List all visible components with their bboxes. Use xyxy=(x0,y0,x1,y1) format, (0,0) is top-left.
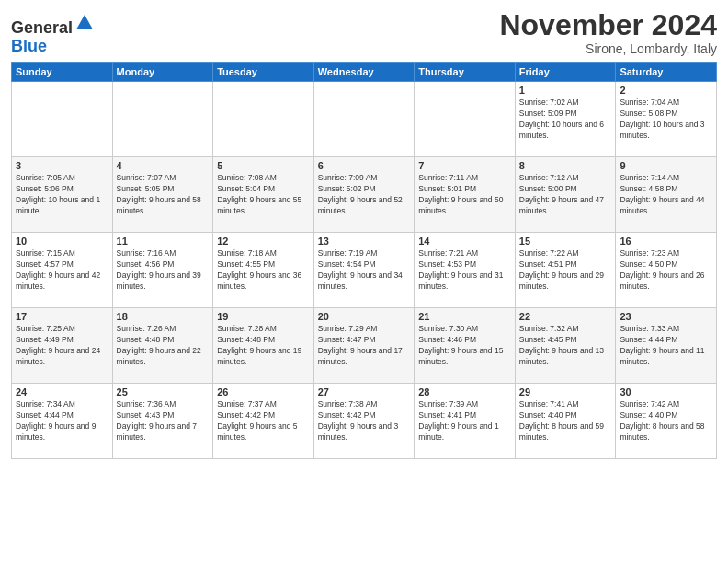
day-info: Sunrise: 7:22 AM Sunset: 4:51 PM Dayligh… xyxy=(519,248,612,293)
calendar-cell: 8Sunrise: 7:12 AM Sunset: 5:00 PM Daylig… xyxy=(515,157,616,233)
calendar-cell: 2Sunrise: 7:04 AM Sunset: 5:08 PM Daylig… xyxy=(616,82,717,157)
col-thursday: Thursday xyxy=(415,63,516,82)
calendar-cell: 17Sunrise: 7:25 AM Sunset: 4:49 PM Dayli… xyxy=(12,308,113,384)
day-number: 13 xyxy=(318,236,411,247)
calendar-cell xyxy=(313,82,415,157)
day-info: Sunrise: 7:14 AM Sunset: 4:58 PM Dayligh… xyxy=(620,173,712,217)
day-info: Sunrise: 7:19 AM Sunset: 4:54 PM Dayligh… xyxy=(318,248,411,293)
day-number: 18 xyxy=(117,311,210,322)
day-info: Sunrise: 7:33 AM Sunset: 4:44 PM Dayligh… xyxy=(620,324,712,368)
day-number: 12 xyxy=(217,236,310,247)
page-container: General Blue November 2024 Sirone, Lomba… xyxy=(0,0,728,563)
day-info: Sunrise: 7:04 AM Sunset: 5:08 PM Dayligh… xyxy=(620,98,712,142)
calendar-cell: 25Sunrise: 7:36 AM Sunset: 4:43 PM Dayli… xyxy=(112,384,213,459)
day-info: Sunrise: 7:32 AM Sunset: 4:45 PM Dayligh… xyxy=(519,324,612,368)
calendar-cell: 16Sunrise: 7:23 AM Sunset: 4:50 PM Dayli… xyxy=(616,233,717,308)
day-info: Sunrise: 7:23 AM Sunset: 4:50 PM Dayligh… xyxy=(620,248,712,293)
day-number: 2 xyxy=(620,85,712,96)
logo-general-text: General xyxy=(11,18,73,37)
day-info: Sunrise: 7:34 AM Sunset: 4:44 PM Dayligh… xyxy=(16,399,108,443)
day-info: Sunrise: 7:41 AM Sunset: 4:40 PM Dayligh… xyxy=(519,399,612,443)
day-number: 7 xyxy=(418,160,511,171)
day-number: 21 xyxy=(418,311,511,322)
calendar-cell: 21Sunrise: 7:30 AM Sunset: 4:46 PM Dayli… xyxy=(415,308,516,384)
col-saturday: Saturday xyxy=(616,63,717,82)
day-number: 3 xyxy=(16,160,108,171)
calendar-cell: 4Sunrise: 7:07 AM Sunset: 5:05 PM Daylig… xyxy=(112,157,213,233)
calendar-cell: 6Sunrise: 7:09 AM Sunset: 5:02 PM Daylig… xyxy=(313,157,415,233)
day-info: Sunrise: 7:28 AM Sunset: 4:48 PM Dayligh… xyxy=(217,324,310,368)
calendar-week-5: 24Sunrise: 7:34 AM Sunset: 4:44 PM Dayli… xyxy=(12,384,717,459)
day-info: Sunrise: 7:39 AM Sunset: 4:41 PM Dayligh… xyxy=(418,399,511,443)
calendar-cell: 24Sunrise: 7:34 AM Sunset: 4:44 PM Dayli… xyxy=(12,384,113,459)
calendar-week-4: 17Sunrise: 7:25 AM Sunset: 4:49 PM Dayli… xyxy=(12,308,717,384)
calendar-cell: 20Sunrise: 7:29 AM Sunset: 4:47 PM Dayli… xyxy=(313,308,415,384)
day-number: 14 xyxy=(418,236,511,247)
day-number: 28 xyxy=(418,386,511,397)
logo: General Blue xyxy=(11,13,95,56)
calendar-cell xyxy=(12,82,113,157)
day-info: Sunrise: 7:36 AM Sunset: 4:43 PM Dayligh… xyxy=(117,399,210,443)
day-number: 10 xyxy=(16,236,108,247)
calendar-cell: 14Sunrise: 7:21 AM Sunset: 4:53 PM Dayli… xyxy=(415,233,516,308)
header: General Blue November 2024 Sirone, Lomba… xyxy=(11,9,717,56)
day-info: Sunrise: 7:18 AM Sunset: 4:55 PM Dayligh… xyxy=(217,248,310,293)
day-number: 26 xyxy=(217,386,310,397)
day-number: 22 xyxy=(519,311,612,322)
calendar-header-row: Sunday Monday Tuesday Wednesday Thursday… xyxy=(12,63,717,82)
calendar-cell: 27Sunrise: 7:38 AM Sunset: 4:42 PM Dayli… xyxy=(313,384,415,459)
day-number: 29 xyxy=(519,386,612,397)
day-number: 8 xyxy=(519,160,612,171)
day-number: 6 xyxy=(318,160,411,171)
day-number: 27 xyxy=(318,386,411,397)
calendar-cell: 5Sunrise: 7:08 AM Sunset: 5:04 PM Daylig… xyxy=(213,157,314,233)
day-info: Sunrise: 7:02 AM Sunset: 5:09 PM Dayligh… xyxy=(519,98,612,142)
title-block: November 2024 Sirone, Lombardy, Italy xyxy=(499,9,717,56)
calendar-week-3: 10Sunrise: 7:15 AM Sunset: 4:57 PM Dayli… xyxy=(12,233,717,308)
calendar-cell: 15Sunrise: 7:22 AM Sunset: 4:51 PM Dayli… xyxy=(515,233,616,308)
day-info: Sunrise: 7:09 AM Sunset: 5:02 PM Dayligh… xyxy=(318,173,411,217)
day-number: 24 xyxy=(16,386,108,397)
day-info: Sunrise: 7:42 AM Sunset: 4:40 PM Dayligh… xyxy=(620,399,712,443)
calendar-cell xyxy=(112,82,213,157)
logo-icon xyxy=(74,13,95,33)
calendar-cell: 22Sunrise: 7:32 AM Sunset: 4:45 PM Dayli… xyxy=(515,308,616,384)
calendar-week-1: 1Sunrise: 7:02 AM Sunset: 5:09 PM Daylig… xyxy=(12,82,717,157)
svg-marker-0 xyxy=(76,15,93,29)
day-info: Sunrise: 7:38 AM Sunset: 4:42 PM Dayligh… xyxy=(318,399,411,443)
day-number: 20 xyxy=(318,311,411,322)
day-number: 1 xyxy=(519,85,612,96)
day-number: 23 xyxy=(620,311,712,322)
calendar-cell: 3Sunrise: 7:05 AM Sunset: 5:06 PM Daylig… xyxy=(12,157,113,233)
day-info: Sunrise: 7:07 AM Sunset: 5:05 PM Dayligh… xyxy=(117,173,210,217)
day-number: 9 xyxy=(620,160,712,171)
day-info: Sunrise: 7:26 AM Sunset: 4:48 PM Dayligh… xyxy=(117,324,210,368)
calendar-cell: 11Sunrise: 7:16 AM Sunset: 4:56 PM Dayli… xyxy=(112,233,213,308)
calendar-cell: 23Sunrise: 7:33 AM Sunset: 4:44 PM Dayli… xyxy=(616,308,717,384)
col-sunday: Sunday xyxy=(12,63,113,82)
day-number: 25 xyxy=(117,386,210,397)
day-number: 30 xyxy=(620,386,712,397)
calendar-table: Sunday Monday Tuesday Wednesday Thursday… xyxy=(11,62,717,459)
col-monday: Monday xyxy=(112,63,213,82)
day-number: 16 xyxy=(620,236,712,247)
calendar-cell: 7Sunrise: 7:11 AM Sunset: 5:01 PM Daylig… xyxy=(415,157,516,233)
day-number: 15 xyxy=(519,236,612,247)
calendar-week-2: 3Sunrise: 7:05 AM Sunset: 5:06 PM Daylig… xyxy=(12,157,717,233)
calendar-cell: 10Sunrise: 7:15 AM Sunset: 4:57 PM Dayli… xyxy=(12,233,113,308)
col-tuesday: Tuesday xyxy=(213,63,314,82)
day-info: Sunrise: 7:37 AM Sunset: 4:42 PM Dayligh… xyxy=(217,399,310,443)
logo-blue-text: Blue xyxy=(11,37,47,55)
calendar-cell: 29Sunrise: 7:41 AM Sunset: 4:40 PM Dayli… xyxy=(515,384,616,459)
day-info: Sunrise: 7:15 AM Sunset: 4:57 PM Dayligh… xyxy=(16,248,108,293)
day-info: Sunrise: 7:11 AM Sunset: 5:01 PM Dayligh… xyxy=(418,173,511,217)
calendar-cell: 30Sunrise: 7:42 AM Sunset: 4:40 PM Dayli… xyxy=(616,384,717,459)
calendar-cell: 28Sunrise: 7:39 AM Sunset: 4:41 PM Dayli… xyxy=(415,384,516,459)
day-number: 5 xyxy=(217,160,310,171)
day-info: Sunrise: 7:08 AM Sunset: 5:04 PM Dayligh… xyxy=(217,173,310,217)
calendar-cell: 9Sunrise: 7:14 AM Sunset: 4:58 PM Daylig… xyxy=(616,157,717,233)
day-info: Sunrise: 7:21 AM Sunset: 4:53 PM Dayligh… xyxy=(418,248,511,293)
calendar-cell: 12Sunrise: 7:18 AM Sunset: 4:55 PM Dayli… xyxy=(213,233,314,308)
location: Sirone, Lombardy, Italy xyxy=(499,41,717,56)
col-wednesday: Wednesday xyxy=(313,63,415,82)
